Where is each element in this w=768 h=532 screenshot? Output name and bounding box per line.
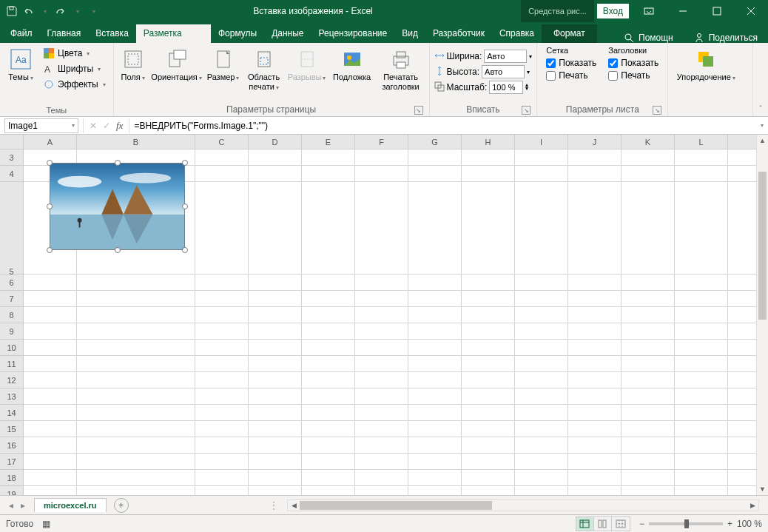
cell[interactable] (77, 307, 195, 323)
cell[interactable] (408, 323, 462, 339)
save-icon[interactable] (6, 5, 18, 17)
cell[interactable] (77, 356, 195, 371)
zoom-out[interactable]: − (639, 519, 644, 529)
cell[interactable] (622, 291, 675, 306)
cell[interactable] (355, 388, 408, 404)
cell[interactable] (249, 291, 302, 306)
cell[interactable] (77, 323, 195, 339)
cell[interactable] (355, 405, 408, 420)
cell[interactable] (302, 166, 355, 181)
cell[interactable] (355, 291, 408, 306)
cell[interactable] (675, 470, 728, 485)
row-header[interactable]: 18 (0, 470, 23, 486)
row-header[interactable]: 14 (0, 405, 23, 421)
cell[interactable] (302, 323, 355, 339)
col-header[interactable]: B (77, 135, 195, 149)
cell[interactable] (408, 307, 462, 323)
cell[interactable] (249, 149, 302, 165)
cell[interactable] (462, 323, 515, 339)
cell[interactable] (462, 470, 515, 485)
cell[interactable] (568, 356, 622, 371)
cell[interactable] (622, 372, 675, 388)
cell[interactable] (77, 388, 195, 404)
resize-handle-nw[interactable] (47, 160, 53, 166)
tab-формулы[interactable]: Формулы (211, 24, 264, 43)
cell[interactable] (355, 470, 408, 485)
tab-данные[interactable]: Данные (264, 24, 311, 43)
minimize-button[interactable] (666, 0, 700, 22)
cell[interactable] (622, 307, 675, 323)
cell[interactable] (355, 454, 408, 469)
size-button[interactable]: Размер (206, 44, 241, 82)
cell[interactable] (675, 307, 728, 323)
row-header[interactable]: 5 (0, 182, 23, 275)
page-setup-launcher[interactable]: ↘ (414, 106, 423, 115)
width-input[interactable] (484, 50, 527, 63)
cell[interactable] (408, 405, 462, 420)
cell[interactable] (24, 323, 77, 339)
vscroll-thumb[interactable] (758, 172, 767, 320)
cell[interactable] (249, 323, 302, 339)
resize-handle-ne[interactable] (182, 160, 188, 166)
cell[interactable] (24, 405, 77, 420)
cell[interactable] (408, 166, 462, 181)
cell[interactable] (408, 182, 462, 274)
row-header[interactable]: 3 (0, 149, 23, 166)
cell[interactable] (195, 291, 249, 306)
cell[interactable] (77, 421, 195, 437)
cell[interactable] (675, 356, 728, 371)
row-header[interactable]: 19 (0, 486, 23, 495)
qat-customize[interactable] (87, 5, 99, 17)
cell[interactable] (462, 166, 515, 181)
row-header[interactable]: 4 (0, 166, 23, 182)
cell[interactable] (24, 437, 77, 453)
cell[interactable] (622, 454, 675, 469)
cell[interactable] (675, 166, 728, 181)
cell[interactable] (355, 356, 408, 371)
cell[interactable] (355, 340, 408, 355)
cell[interactable] (622, 182, 675, 274)
row-header[interactable]: 11 (0, 356, 23, 372)
tell-me[interactable]: Помощн (613, 33, 684, 43)
cell[interactable] (675, 340, 728, 355)
cell[interactable] (249, 307, 302, 323)
row-header[interactable]: 6 (0, 275, 23, 291)
row-header[interactable]: 15 (0, 421, 23, 437)
cell[interactable] (568, 454, 622, 469)
cell[interactable] (462, 405, 515, 420)
scroll-left[interactable]: ◀ (288, 502, 300, 509)
cell[interactable] (568, 405, 622, 420)
cell[interactable] (462, 307, 515, 323)
cell[interactable] (515, 486, 568, 495)
cell[interactable] (249, 454, 302, 469)
cell[interactable] (355, 323, 408, 339)
cell[interactable] (195, 149, 249, 165)
scroll-down[interactable]: ▼ (757, 483, 768, 495)
cell[interactable] (622, 323, 675, 339)
cell[interactable] (568, 486, 622, 495)
cell[interactable] (302, 291, 355, 306)
cell[interactable] (24, 307, 77, 323)
cell[interactable] (195, 323, 249, 339)
select-all-corner[interactable] (0, 135, 24, 149)
ribbon-options-icon[interactable] (632, 0, 666, 22)
close-button[interactable] (734, 0, 768, 22)
headings-view-check[interactable]: Показать (608, 57, 658, 69)
cell[interactable] (622, 340, 675, 355)
cell[interactable] (462, 149, 515, 165)
cell[interactable] (622, 388, 675, 404)
cell[interactable] (24, 470, 77, 485)
cell[interactable] (77, 470, 195, 485)
cell[interactable] (249, 372, 302, 388)
cell[interactable] (249, 470, 302, 485)
col-header[interactable]: G (408, 135, 462, 149)
cell[interactable] (675, 486, 728, 495)
sheet-nav-last[interactable]: ▸ (21, 500, 25, 511)
row-header[interactable]: 7 (0, 291, 23, 307)
sheet-launcher[interactable]: ↘ (653, 106, 661, 115)
tab-разработчик[interactable]: Разработчик (425, 24, 492, 43)
cell[interactable] (622, 275, 675, 290)
cell[interactable] (355, 149, 408, 165)
cell[interactable] (195, 307, 249, 323)
cell[interactable] (515, 470, 568, 485)
